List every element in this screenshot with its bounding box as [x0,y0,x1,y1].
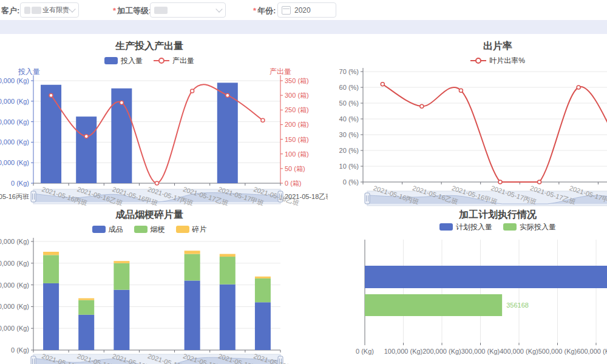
y-left-tick-label: 20,000 (Kg) [0,159,29,166]
stacked-bar-烟梗[interactable] [185,254,200,281]
stacked-bar-成品[interactable] [114,290,129,350]
line-point[interactable] [261,118,265,122]
datazoom-handle[interactable] [365,193,370,204]
customer-label: 客户: [1,5,19,16]
legend-item[interactable]: 叶片出率% [470,56,525,66]
stacked-bar-烟梗[interactable] [220,257,236,285]
legend-item[interactable]: 产出量 [154,56,194,66]
legend-item[interactable]: 实际投入量 [503,222,556,232]
line-leaf-rate[interactable] [382,84,607,182]
year-label: 年份: [257,5,276,16]
legend-label: 实际投入量 [520,222,556,232]
stacked-bar-烟梗[interactable] [78,300,94,315]
stacked-bar-碎片[interactable] [185,251,200,254]
legend-yield-rate: 叶片出率% [376,56,607,66]
legend-item[interactable]: 计划投入量 [439,222,492,232]
datazoom-handle[interactable] [31,191,36,202]
y-left-tick-label: 0 (Kg) [11,180,29,187]
y-left-tick-label: 100,000 (Kg) [0,77,29,84]
legend-item[interactable]: 投入量 [104,56,143,66]
line-point[interactable] [538,180,541,184]
x-tick-label: 400,000 (Kg) [500,348,538,355]
y-tick-label: 80,000 (Kg) [0,260,29,267]
hbar-planned[interactable] [365,266,607,288]
legend-item[interactable]: 成品 [92,224,123,235]
chart-production-canvas[interactable]: 0 (Kg)20,000 (Kg)40,000 (Kg)60,000 (Kg)8… [0,67,328,209]
y-left-tick-label: 80,000 (Kg) [0,98,29,105]
redacted-text [32,7,41,14]
line-point[interactable] [84,135,88,138]
y-tick-label: 100,000 (Kg) [0,238,29,245]
bar-value-label: 356168 [506,302,529,309]
year-value: 2020 [294,6,311,15]
bar-input[interactable] [76,116,97,183]
legend-item[interactable]: 烟梗 [134,224,165,235]
x-tick-label: 300,000 (Kg) [461,348,500,355]
customer-select-value: 业有限责任公 [42,5,70,15]
legend-label: 叶片出率% [489,56,525,66]
legend-line-marker [154,57,169,64]
stacked-bar-碎片[interactable] [43,252,59,255]
y-left-tick-label: 60,000 (Kg) [0,118,29,126]
line-point[interactable] [49,93,53,97]
legend-line-marker [470,57,486,64]
filter-toolbar: 客户: 业有限责任公 * 加工等级: * 年份: 2020 [0,0,607,20]
chart-title-plan-exec: 加工计划执行情况 [376,209,607,221]
y-tick-label: 50 (%) [339,99,359,107]
line-point[interactable] [226,93,229,97]
stacked-bar-碎片[interactable] [220,254,236,257]
y-tick-label: 40 (%) [339,115,359,123]
legend-bar-marker [104,57,118,64]
line-point[interactable] [577,86,580,89]
bar-input[interactable] [217,83,238,183]
grade-label: 加工等级: [117,5,151,16]
line-point[interactable] [120,101,123,104]
y-right-tick-label: 0 (箱) [285,180,302,187]
hbar-actual[interactable] [365,294,502,316]
line-point[interactable] [381,83,384,86]
grade-select[interactable] [150,2,226,18]
legend-bar-marker [92,226,106,233]
legend-label: 计划投入量 [456,222,492,232]
stacked-bar-成品[interactable] [185,280,200,350]
stacked-bar-成品[interactable] [43,283,59,350]
x-tick-label: 0 (Kg) [356,348,374,355]
chart-stem-scrap-canvas[interactable]: 0 (Kg)20,000 (Kg)40,000 (Kg)60,000 (Kg)8… [0,231,328,364]
stacked-bar-碎片[interactable] [255,277,271,278]
y-right-tick-label: 350 (箱) [285,77,309,84]
legend-item[interactable]: 碎片 [176,224,207,235]
year-input[interactable]: 2020 [277,2,336,18]
dashboard: 客户: 业有限责任公 * 加工等级: * 年份: 2020 生产投入产出量 出片… [0,0,607,364]
stacked-bar-烟梗[interactable] [255,278,271,302]
legend-label: 碎片 [192,224,207,235]
line-point[interactable] [459,89,463,92]
chart-yield-rate-canvas[interactable]: 0 (%)10 (%)20 (%)30 (%)40 (%)50 (%)60 (%… [328,67,607,212]
stacked-bar-烟梗[interactable] [43,255,59,283]
legend-label: 产出量 [172,56,194,66]
legend-bar-marker [503,223,517,231]
line-point[interactable] [498,180,502,184]
line-point[interactable] [420,104,424,108]
stacked-bar-碎片[interactable] [114,261,129,263]
y-right-tick-label: 100 (箱) [285,150,309,158]
legend-label: 成品 [109,224,123,235]
stacked-bar-烟梗[interactable] [114,263,129,290]
line-point[interactable] [191,89,194,93]
left-axis-name: 投入量 [18,67,40,77]
y-tick-label: 60,000 (Kg) [0,281,29,289]
stacked-bar-碎片[interactable] [78,298,94,300]
y-right-tick-label: 150 (箱) [285,136,309,143]
x-tick-label: 600,000 (Kg) [577,348,607,355]
datazoom-start-label: 2021-05-16丙班 [0,193,29,200]
stacked-bar-成品[interactable] [220,285,236,350]
y-right-tick-label: 50 (箱) [285,165,305,172]
right-axis-name: 产出量 [270,67,291,77]
datazoom-handle[interactable] [31,356,36,364]
line-point[interactable] [155,181,159,185]
stacked-bar-成品[interactable] [255,302,271,350]
redacted-text [24,7,30,14]
customer-select[interactable]: 业有限责任公 [20,2,79,18]
stacked-bar-成品[interactable] [78,315,94,350]
y-tick-label: 60 (%) [339,84,359,91]
bar-input[interactable] [41,85,61,183]
